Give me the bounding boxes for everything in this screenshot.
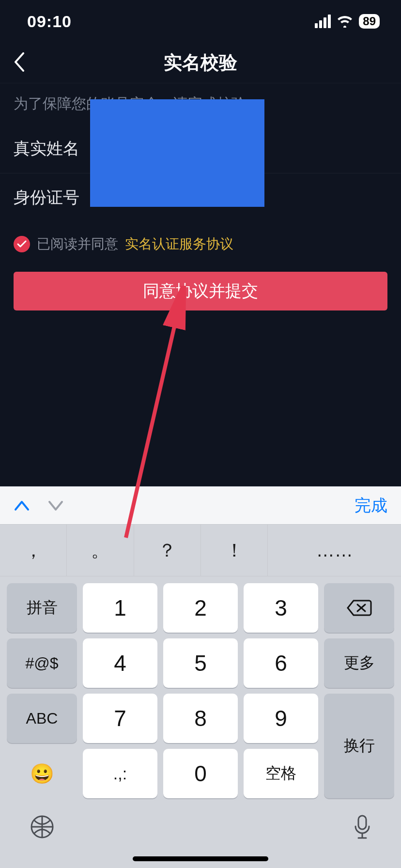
key-1[interactable]: 1 xyxy=(83,583,157,633)
punct-key-ellipsis[interactable]: …… xyxy=(268,525,401,576)
key-4[interactable]: 4 xyxy=(83,638,157,688)
key-pinyin[interactable]: 拼音 xyxy=(7,583,77,633)
back-button[interactable] xyxy=(14,52,25,74)
submit-button[interactable]: 同意协议并提交 xyxy=(14,272,387,310)
wifi-icon xyxy=(337,15,353,28)
nav-header: 实名校验 xyxy=(0,43,401,83)
submit-label: 同意协议并提交 xyxy=(143,280,258,302)
key-punct[interactable]: .,: xyxy=(83,749,157,798)
key-return[interactable]: 换行 xyxy=(324,694,394,798)
key-emoji[interactable]: 😀 xyxy=(7,749,77,798)
keyboard-punct-row: ， 。 ？ ！ …… xyxy=(0,524,401,576)
home-indicator xyxy=(133,856,268,861)
punct-key-period[interactable]: 。 xyxy=(67,525,134,576)
key-more[interactable]: 更多 xyxy=(324,638,394,688)
agreement-row: 已阅读并同意 实名认证服务协议 xyxy=(0,221,401,253)
cellular-icon xyxy=(315,15,331,28)
key-9[interactable]: 9 xyxy=(244,694,318,743)
real-name-label: 真实姓名 xyxy=(14,138,101,160)
punct-key-exclaim[interactable]: ！ xyxy=(201,525,268,576)
key-7[interactable]: 7 xyxy=(83,694,157,743)
key-8[interactable]: 8 xyxy=(163,694,238,743)
key-symbols[interactable]: #@$ xyxy=(7,638,77,688)
key-3[interactable]: 3 xyxy=(244,583,318,633)
keyboard-done-button[interactable]: 完成 xyxy=(355,495,387,517)
status-bar: 09:10 89 xyxy=(0,0,401,43)
key-2[interactable]: 2 xyxy=(163,583,238,633)
agreement-checkbox[interactable] xyxy=(14,236,30,252)
status-time: 09:10 xyxy=(27,12,72,31)
id-number-label: 身份证号 xyxy=(14,186,101,209)
keyboard-grid: 拼音 1 2 3 #@$ 4 5 6 更多 ABC 7 8 9 换行 😀 .,:… xyxy=(0,576,401,805)
svg-rect-2 xyxy=(358,816,366,829)
punct-key-question[interactable]: ？ xyxy=(134,525,201,576)
agreement-text: 已阅读并同意 xyxy=(37,235,118,253)
form-fields: 真实姓名 身份证号 xyxy=(0,124,401,221)
next-field-button[interactable] xyxy=(47,500,64,512)
mic-icon[interactable] xyxy=(353,814,372,841)
status-indicators: 89 xyxy=(315,14,380,29)
page-title: 实名校验 xyxy=(164,50,237,75)
prev-field-button[interactable] xyxy=(14,500,30,512)
chevron-left-icon xyxy=(14,52,25,72)
keyboard-toolbar: 完成 xyxy=(0,486,401,524)
redaction-overlay xyxy=(90,99,264,207)
key-5[interactable]: 5 xyxy=(163,638,238,688)
check-icon xyxy=(17,240,27,248)
globe-icon[interactable] xyxy=(29,814,55,840)
key-abc[interactable]: ABC xyxy=(7,694,77,743)
key-space[interactable]: 空格 xyxy=(244,749,318,798)
key-0[interactable]: 0 xyxy=(163,749,238,798)
key-6[interactable]: 6 xyxy=(244,638,318,688)
keyboard: 完成 ， 。 ？ ！ …… 拼音 1 2 3 #@$ 4 5 6 更多 ABC … xyxy=(0,486,401,868)
agreement-link[interactable]: 实名认证服务协议 xyxy=(125,235,233,253)
key-backspace[interactable] xyxy=(324,583,394,633)
backspace-icon xyxy=(347,600,372,616)
punct-key-comma[interactable]: ， xyxy=(0,525,67,576)
battery-indicator: 89 xyxy=(359,14,380,29)
